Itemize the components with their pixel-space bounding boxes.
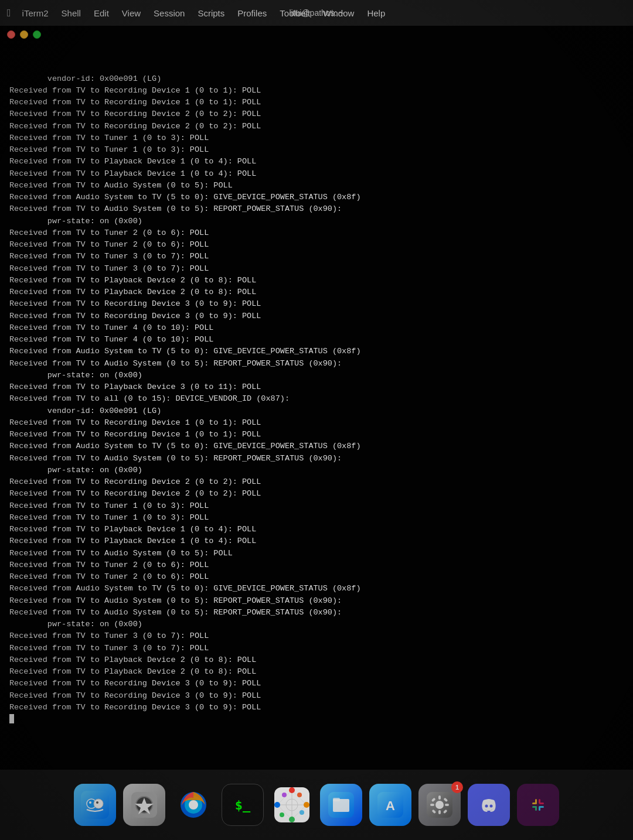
- terminal-line: Received from TV to Recording Device 3 (…: [9, 310, 624, 322]
- terminal-line: Received from TV to Recording Device 1 (…: [9, 417, 624, 429]
- svg-point-29: [435, 801, 444, 809]
- svg-rect-31: [438, 810, 441, 814]
- svg-rect-25: [333, 798, 340, 801]
- terminal-cursor: [9, 714, 14, 723]
- terminal-line: Received from TV to Audio System (0 to 5…: [9, 358, 624, 370]
- dock-discord[interactable]: [468, 784, 510, 826]
- svg-point-2: [94, 799, 103, 808]
- svg-point-39: [485, 805, 488, 808]
- minimize-button[interactable]: [20, 30, 28, 39]
- terminal-line: Received from TV to Tuner 1 (0 to 3): PO…: [9, 144, 624, 156]
- menu-iterm2[interactable]: iTerm2: [17, 7, 54, 19]
- terminal-line: Received from Audio System to TV (5 to 0…: [9, 583, 624, 595]
- menu-view[interactable]: View: [117, 7, 146, 19]
- terminal-line: Received from TV to Tuner 4 (0 to 10): P…: [9, 334, 624, 346]
- svg-point-4: [96, 801, 98, 804]
- dock-slack[interactable]: [517, 784, 559, 826]
- svg-rect-33: [445, 804, 449, 806]
- terminal-line: Received from TV to Playback Device 1 (0…: [9, 156, 624, 168]
- terminal-line: vendor-id: 0x00e091 (LG): [9, 73, 624, 85]
- terminal-line: Received from TV to Tuner 2 (0 to 6): PO…: [9, 559, 624, 571]
- terminal-line: Received from TV to Tuner 3 (0 to 7): PO…: [9, 251, 624, 262]
- terminal-line: Received from TV to Recording Device 1 (…: [9, 97, 624, 108]
- terminal-line: Received from TV to Audio System (0 to 5…: [9, 180, 624, 192]
- dock-firefox[interactable]: [172, 784, 215, 826]
- terminal-line: Received from TV to Playback Device 1 (0…: [9, 168, 624, 180]
- terminal-line: Received from TV to Recording Device 2 (…: [9, 476, 624, 488]
- dock-photos[interactable]: [271, 784, 313, 826]
- apple-menu[interactable]: : [7, 7, 11, 19]
- menu-edit[interactable]: Edit: [89, 7, 114, 19]
- svg-point-40: [490, 805, 493, 808]
- svg-rect-46: [535, 799, 537, 804]
- svg-rect-47: [535, 806, 537, 811]
- terminal-line: Received from TV to Tuner 3 (0 to 7): PO…: [9, 643, 624, 654]
- terminal-line: Received from TV to Tuner 1 (0 to 3): PO…: [9, 500, 624, 512]
- terminal-line: Received from TV to Tuner 2 (0 to 6): PO…: [9, 571, 624, 583]
- terminal-line: Received from TV to Playback Device 1 (0…: [9, 535, 624, 547]
- terminal-line: vendor-id: 0x00e091 (LG): [9, 405, 624, 417]
- terminal-line: Received from TV to Recording Device 3 (…: [9, 690, 624, 702]
- svg-rect-41: [525, 792, 551, 818]
- terminal-line: pwr-state: on (0x00): [9, 370, 624, 381]
- menu-profiles[interactable]: Profiles: [232, 7, 272, 19]
- terminal-line: Received from TV to Recording Device 1 (…: [9, 429, 624, 441]
- iterm-icon-label: $_: [235, 798, 251, 812]
- terminal-line: Received from Audio System to TV (5 to 0…: [9, 192, 624, 203]
- terminal-line: Received from TV to Playback Device 3 (0…: [9, 381, 624, 393]
- terminal-line: Received from TV to Playback Device 2 (0…: [9, 286, 624, 298]
- svg-rect-30: [438, 795, 441, 800]
- terminal-line: pwr-state: on (0x00): [9, 216, 624, 227]
- svg-rect-49: [539, 806, 540, 811]
- dock-files[interactable]: [320, 784, 362, 826]
- terminal-line: Received from TV to Tuner 2 (0 to 6): PO…: [9, 227, 624, 239]
- terminal-line: Received from TV to Recording Device 1 (…: [9, 85, 624, 97]
- svg-point-20: [300, 810, 304, 815]
- close-button[interactable]: [7, 30, 15, 39]
- terminal-line: Received from TV to all (0 to 15): DEVIC…: [9, 393, 624, 405]
- terminal-line: Received from TV to Audio System (0 to 5…: [9, 607, 624, 619]
- menubar:  iTerm2 Shell Edit View Session Scripts…: [0, 0, 633, 26]
- window-title: litui@pathos: ~: [289, 8, 343, 18]
- terminal-line: Received from TV to Audio System (0 to 5…: [9, 453, 624, 465]
- terminal-line: Received from TV to Playback Device 2 (0…: [9, 275, 624, 286]
- terminal-line: Received from TV to Tuner 3 (0 to 7): PO…: [9, 263, 624, 275]
- menu-session[interactable]: Session: [148, 7, 190, 19]
- settings-badge: 1: [451, 781, 463, 793]
- menu-scripts[interactable]: Scripts: [192, 7, 230, 19]
- terminal-line: Received from TV to Playback Device 2 (0…: [9, 654, 624, 666]
- terminal-line: Received from TV to Recording Device 2 (…: [9, 488, 624, 500]
- svg-point-3: [89, 801, 91, 804]
- terminal-line: Received from TV to Playback Device 2 (0…: [9, 666, 624, 678]
- svg-rect-32: [430, 804, 434, 806]
- terminal-window[interactable]: vendor-id: 0x00e091 (LG)Received from TV…: [0, 26, 633, 770]
- dock: $_ A: [0, 770, 633, 840]
- fullscreen-button[interactable]: [33, 30, 41, 39]
- svg-rect-48: [539, 799, 540, 804]
- menu-shell[interactable]: Shell: [56, 7, 86, 19]
- svg-point-15: [289, 787, 295, 793]
- terminal-line: Received from TV to Recording Device 3 (…: [9, 702, 624, 713]
- svg-point-16: [304, 802, 309, 808]
- dock-finder[interactable]: [74, 784, 116, 826]
- terminal-line: Received from TV to Audio System (0 to 5…: [9, 595, 624, 607]
- terminal-line: Received from TV to Tuner 2 (0 to 6): PO…: [9, 239, 624, 251]
- terminal-line: Received from TV to Recording Device 3 (…: [9, 678, 624, 689]
- terminal-line: pwr-state: on (0x00): [9, 619, 624, 630]
- terminal-line: Received from TV to Audio System (0 to 5…: [9, 548, 624, 559]
- dock-system-settings[interactable]: 1: [418, 784, 461, 826]
- terminal-line: Received from TV to Audio System (0 to 5…: [9, 203, 624, 215]
- dock-launchpad[interactable]: [123, 784, 165, 826]
- dock-iterm2[interactable]: $_: [222, 784, 264, 826]
- dock-appstore[interactable]: A: [369, 784, 411, 826]
- svg-point-19: [297, 793, 302, 797]
- svg-point-21: [280, 812, 284, 817]
- terminal-line: pwr-state: on (0x00): [9, 465, 624, 476]
- terminal-line: Received from TV to Tuner 1 (0 to 3): PO…: [9, 512, 624, 524]
- svg-point-17: [289, 817, 295, 822]
- svg-point-10: [189, 800, 198, 810]
- menu-help[interactable]: Help: [362, 7, 390, 19]
- terminal-line: Received from Audio System to TV (5 to 0…: [9, 346, 624, 357]
- terminal-line: Received from TV to Tuner 3 (0 to 7): PO…: [9, 630, 624, 642]
- terminal-line: Received from TV to Recording Device 3 (…: [9, 298, 624, 310]
